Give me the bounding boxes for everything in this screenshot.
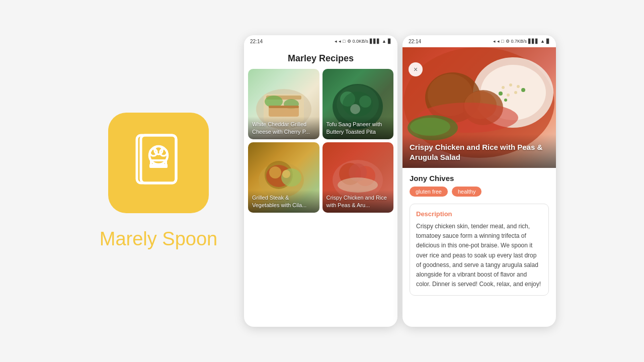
settings-icon-2: ⚙	[506, 39, 510, 44]
recipe-card-4[interactable]: Crispy Chicken and Rice with Peas & Aru.…	[323, 142, 394, 213]
svg-point-36	[509, 83, 512, 86]
battery-icon-2: ▊	[546, 39, 550, 44]
recipe-card-2-label: Tofu Saag Paneer with Buttery Toasted Pi…	[323, 117, 394, 139]
recipe-card-4-label: Crispy Chicken and Rice with Peas & Aru.…	[323, 190, 394, 213]
branding-section: Marely Spoon	[88, 113, 229, 250]
svg-point-20	[343, 92, 373, 117]
description-text: Crispy chicken skin, tender meat, and ri…	[416, 222, 542, 289]
close-icon: ×	[414, 65, 418, 73]
hero-title-overlay: Crispy Chicken and Rice with Peas & Arug…	[403, 134, 556, 168]
svg-point-39	[507, 94, 510, 97]
nav-icon-2: ◂	[493, 39, 496, 44]
phone-list-screen: 22:14 ◂ ◂ □ ⚙ 0.0KB/s ▋▋▋ ▲ ▊ Marley Rec…	[244, 35, 397, 327]
nav-icon: ◂	[335, 39, 337, 44]
status-time-1: 22:14	[250, 39, 263, 44]
wifi-icon: ▲	[382, 39, 386, 44]
status-bar-2: 22:14 ◂ ◂ □ ⚙ 0.7KB/s ▋▋▋ ▲ ▊	[403, 35, 556, 47]
svg-point-41	[521, 88, 525, 92]
detail-body: Jony Chives gluten free healthy Descript…	[403, 168, 556, 302]
description-label: Description	[416, 210, 542, 218]
signal-icon-2: ▋▋▋	[528, 39, 539, 44]
svg-point-35	[502, 86, 505, 89]
status-icons-1: ◂ ◂ □ ⚙ 0.0KB/s ▋▋▋ ▲ ▊	[335, 39, 391, 44]
app-icon	[108, 113, 209, 213]
main-container: Marely Spoon 22:14 ◂ ◂ □ ⚙ 0.0KB/s ▋▋▋ ▲…	[0, 0, 644, 362]
hero-title: Crispy Chicken and Rice with Peas & Arug…	[410, 142, 549, 162]
app-name-label: Marely Spoon	[100, 228, 217, 250]
svg-rect-0	[137, 135, 176, 183]
location-icon: ◂	[339, 39, 341, 44]
description-box: Description Crispy chicken skin, tender …	[410, 204, 549, 296]
close-button[interactable]: ×	[409, 62, 423, 76]
data-label-2: 0.7KB/s	[511, 39, 527, 44]
instagram-icon-2: □	[501, 39, 504, 44]
recipe-card-2[interactable]: Tofu Saag Paneer with Buttery Toasted Pi…	[323, 69, 394, 139]
location-icon-2: ◂	[497, 39, 500, 44]
phones-container: 22:14 ◂ ◂ □ ⚙ 0.0KB/s ▋▋▋ ▲ ▊ Marley Rec…	[244, 35, 556, 327]
recipe-card-3[interactable]: Grilled Steak & Vegetables with Cila...	[248, 142, 319, 213]
svg-point-40	[499, 92, 503, 96]
svg-point-26	[282, 170, 290, 178]
signal-icon: ▋▋▋	[370, 39, 380, 44]
svg-point-25	[269, 166, 281, 178]
phone-detail-screen: 22:14 ◂ ◂ □ ⚙ 0.7KB/s ▋▋▋ ▲ ▊	[403, 35, 556, 327]
svg-point-38	[514, 91, 517, 94]
recipe-card-1[interactable]: White Cheddar Grilled Cheese with Cherry…	[248, 69, 319, 139]
svg-point-37	[517, 85, 520, 88]
data-label: 0.0KB/s	[353, 39, 369, 44]
recipe-list-title: Marley Recipes	[252, 53, 389, 64]
author-name: Jony Chives	[410, 174, 549, 183]
svg-rect-1	[141, 135, 176, 183]
tag-healthy: healthy	[452, 187, 481, 197]
tags-container: gluten free healthy	[410, 187, 549, 197]
svg-rect-14	[269, 106, 299, 108]
battery-icon: ▊	[388, 39, 391, 44]
status-icons-2: ◂ ◂ □ ⚙ 0.7KB/s ▋▋▋ ▲ ▊	[493, 39, 550, 44]
status-time-2: 22:14	[409, 39, 421, 44]
recipe-hero-image: × Crispy Chicken and Rice with Peas & Ar…	[403, 47, 556, 168]
recipe-card-3-label: Grilled Steak & Vegetables with Cila...	[248, 190, 319, 213]
recipe-list-header: Marley Recipes	[244, 47, 397, 69]
settings-icon: ⚙	[347, 39, 351, 44]
recipes-grid: White Cheddar Grilled Cheese with Cherry…	[244, 69, 397, 217]
svg-point-42	[504, 99, 507, 102]
status-bar-1: 22:14 ◂ ◂ □ ⚙ 0.0KB/s ▋▋▋ ▲ ▊	[244, 35, 397, 47]
recipe-card-1-label: White Cheddar Grilled Cheese with Cherry…	[248, 117, 319, 139]
instagram-icon: □	[343, 39, 345, 44]
wifi-icon-2: ▲	[540, 39, 545, 44]
tag-gluten-free: gluten free	[410, 187, 448, 197]
svg-rect-4	[149, 164, 168, 168]
svg-point-49	[410, 118, 450, 136]
